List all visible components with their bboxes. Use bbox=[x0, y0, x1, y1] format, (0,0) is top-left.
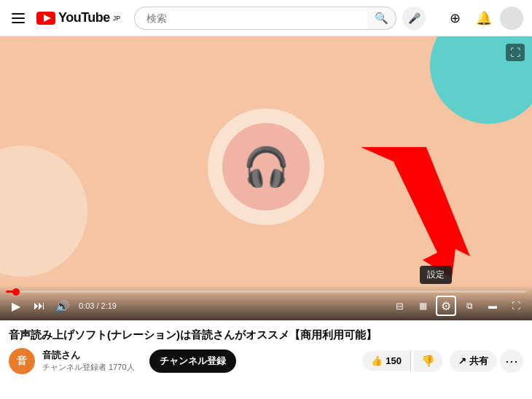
share-button[interactable]: ↗ 共有 bbox=[450, 350, 497, 372]
inner-ring: 🎧 bbox=[222, 123, 310, 210]
notifications-button[interactable]: 🔔 bbox=[471, 5, 497, 31]
outer-ring: 🎧 bbox=[208, 108, 324, 225]
channel-avatar[interactable]: 音 bbox=[9, 348, 35, 374]
miniplayer-icon: ⛶ bbox=[510, 47, 520, 58]
header-left: YouTubeJP bbox=[9, 10, 125, 26]
more-icon: ⋯ bbox=[505, 353, 518, 369]
theater-button[interactable]: ▬ bbox=[482, 296, 503, 316]
thumbnail-center-icon: 🎧 bbox=[208, 108, 324, 225]
settings-tooltip: 設定 bbox=[420, 266, 452, 284]
channel-row: 音 音読さん チャンネル登録者 1770人 チャンネル登録 👍 150 👎 ↗ … bbox=[9, 348, 523, 374]
fullscreen-button[interactable]: ⛶ bbox=[506, 296, 526, 316]
create-button[interactable]: ⊕ bbox=[442, 5, 468, 31]
settings-button[interactable]: ⚙ bbox=[436, 296, 456, 316]
next-icon: ⏭ bbox=[34, 299, 45, 312]
logo-text: YouTube bbox=[58, 10, 110, 25]
logo-area[interactable]: YouTubeJP bbox=[36, 10, 120, 25]
fullscreen-icon: ⛶ bbox=[512, 301, 520, 311]
search-container: 🔍 bbox=[134, 7, 396, 30]
volume-button[interactable]: 🔊 bbox=[52, 296, 73, 316]
bell-icon: 🔔 bbox=[476, 10, 492, 26]
channel-info: 音読さん チャンネル登録者 1770人 bbox=[42, 349, 135, 373]
search-button[interactable]: 🔍 bbox=[367, 7, 396, 30]
header: YouTubeJP 🔍 🎤 ⊕ 🔔 bbox=[0, 0, 532, 36]
hamburger-menu[interactable] bbox=[9, 10, 28, 26]
subtitles-icon: ⊟ bbox=[396, 301, 404, 312]
mic-icon: 🎤 bbox=[408, 12, 420, 24]
miniplayer-top-button[interactable]: ⛶ bbox=[506, 44, 525, 61]
avatar[interactable] bbox=[500, 7, 523, 30]
chapters-button[interactable]: ▦ bbox=[412, 296, 433, 316]
create-icon: ⊕ bbox=[450, 10, 461, 26]
volume-icon: 🔊 bbox=[55, 299, 70, 313]
header-right: ⊕ 🔔 bbox=[442, 5, 523, 31]
search-icon: 🔍 bbox=[375, 12, 388, 25]
share-icon: ↗ bbox=[458, 355, 466, 366]
like-count: 150 bbox=[386, 355, 402, 366]
youtube-logo-icon bbox=[36, 12, 55, 25]
subscribe-label: チャンネル登録 bbox=[160, 355, 226, 366]
next-button[interactable]: ⏭ bbox=[29, 296, 50, 316]
like-button[interactable]: 👍 150 bbox=[362, 351, 411, 371]
settings-icon: ⚙ bbox=[441, 299, 451, 313]
miniplayer-button[interactable]: ⧉ bbox=[459, 296, 480, 316]
time-display: 0:03 / 2:19 bbox=[79, 301, 117, 310]
header-center: 🔍 🎤 bbox=[134, 7, 433, 30]
miniplayer-icon: ⧉ bbox=[466, 301, 473, 311]
controls-row: ▶ ⏭ 🔊 0:03 / 2:19 ⊟ ▦ ⚙ ⧉ bbox=[0, 296, 532, 316]
chapters-icon: ▦ bbox=[419, 301, 427, 311]
progress-bar-wrap[interactable] bbox=[0, 291, 532, 293]
like-icon: 👍 bbox=[371, 355, 383, 366]
more-options-button[interactable]: ⋯ bbox=[500, 349, 523, 373]
video-title: 音声読み上げソフト(ナレーション)は音読さんがオススメ【商用利用可能】 bbox=[9, 328, 523, 342]
play-button[interactable]: ▶ bbox=[6, 296, 26, 316]
subscribe-button[interactable]: チャンネル登録 bbox=[149, 349, 236, 373]
subtitles-button[interactable]: ⊟ bbox=[389, 296, 410, 316]
action-buttons: 👍 150 👎 ↗ 共有 ⋯ bbox=[362, 349, 523, 373]
channel-initial: 音 bbox=[17, 355, 27, 368]
video-controls: ▶ ⏭ 🔊 0:03 / 2:19 ⊟ ▦ ⚙ ⧉ bbox=[0, 285, 532, 320]
video-info: 音声読み上げソフト(ナレーション)は音読さんがオススメ【商用利用可能】 音 音読… bbox=[0, 320, 532, 379]
progress-bar[interactable] bbox=[6, 291, 526, 293]
channel-subscribers: チャンネル登録者 1770人 bbox=[42, 362, 135, 373]
theater-icon: ▬ bbox=[488, 301, 497, 311]
headphones-icon: 🎧 bbox=[243, 145, 290, 189]
share-label: 共有 bbox=[469, 355, 488, 368]
settings-tooltip-text: 設定 bbox=[427, 269, 445, 280]
dislike-icon: 👎 bbox=[421, 355, 435, 368]
mic-button[interactable]: 🎤 bbox=[402, 7, 426, 30]
play-icon: ▶ bbox=[12, 299, 20, 313]
progress-dot bbox=[12, 288, 20, 296]
search-input[interactable] bbox=[134, 7, 367, 30]
video-player[interactable]: 🎧 ⛶ 設定 ▶ ⏭ bbox=[0, 36, 532, 320]
dislike-button[interactable]: 👎 bbox=[414, 350, 442, 372]
channel-name[interactable]: 音読さん bbox=[42, 349, 135, 362]
logo-superscript: JP bbox=[113, 15, 121, 22]
